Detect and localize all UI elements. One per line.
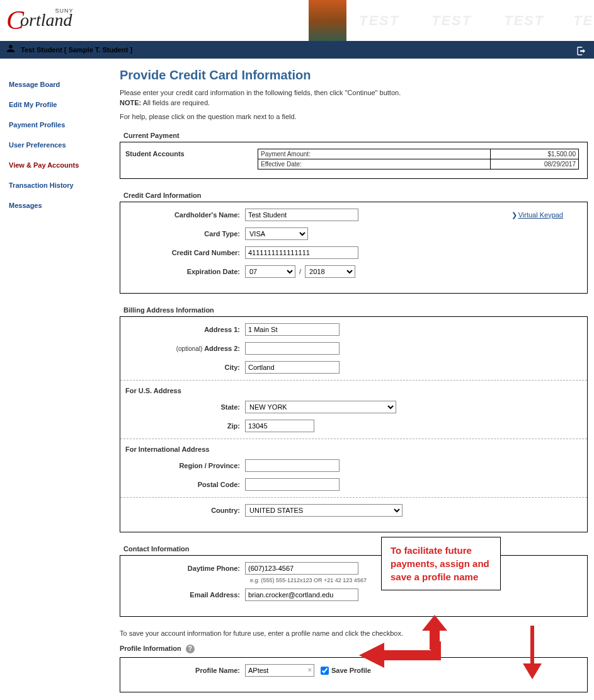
- page-title: Provide Credit Card Information: [120, 68, 588, 83]
- profile-section-label: Profile Information ?: [120, 645, 588, 653]
- addr1-input[interactable]: [245, 323, 340, 336]
- contact-section-label: Contact Information: [123, 545, 588, 553]
- exp-year-select[interactable]: 2018: [305, 265, 355, 278]
- current-payment-label: Current Payment: [123, 132, 588, 139]
- sidebar-item-edit-profile[interactable]: Edit My Profile: [6, 95, 113, 115]
- sidebar-item-messages[interactable]: Messages: [6, 195, 113, 215]
- profile-name-input[interactable]: [245, 664, 314, 677]
- exp-label: Expiration Date:: [125, 268, 245, 275]
- exp-separator: /: [299, 268, 301, 275]
- cardtype-label: Card Type:: [125, 230, 245, 238]
- help-line: For help, please click on the question m…: [120, 113, 588, 120]
- save-note: To save your account information for fut…: [120, 629, 588, 637]
- clear-icon[interactable]: ×: [308, 666, 312, 674]
- user-icon: [6, 42, 15, 59]
- user-bar: Test Student [ Sample T. Student ]: [0, 41, 594, 59]
- country-label: Country:: [125, 507, 245, 514]
- save-profile-checkbox[interactable]: [321, 667, 329, 675]
- ccnum-label: Credit Card Number:: [125, 249, 245, 256]
- contact-box: Daytime Phone: e.g. (555) 555-1212x123 O…: [120, 555, 588, 617]
- region-input[interactable]: [245, 459, 340, 472]
- cardholder-input[interactable]: [245, 209, 358, 221]
- ccnum-input[interactable]: [245, 246, 358, 259]
- country-select[interactable]: UNITED STATES: [245, 504, 403, 517]
- exp-month-select[interactable]: 07: [245, 265, 295, 278]
- city-label: City:: [125, 364, 245, 371]
- user-name: Test Student [ Sample T. Student ]: [21, 46, 132, 54]
- zip-label: Zip:: [125, 422, 245, 430]
- region-label: Region / Province:: [125, 462, 245, 469]
- sidebar-item-payment-profiles[interactable]: Payment Profiles: [6, 115, 113, 135]
- sidebar-item-user-preferences[interactable]: User Preferences: [6, 135, 113, 155]
- logout-icon[interactable]: [576, 45, 586, 62]
- arrow-icon: [359, 641, 441, 673]
- separator: [120, 497, 587, 498]
- zip-input[interactable]: [245, 420, 314, 432]
- cardtype-select[interactable]: VISA: [245, 227, 308, 240]
- payment-table: Payment Amount: $1,500.00 Effective Date…: [258, 149, 579, 169]
- current-payment-box: Student Accounts Payment Amount: $1,500.…: [120, 142, 588, 179]
- phone-input[interactable]: [245, 562, 358, 575]
- sidebar-item-view-pay[interactable]: View & Pay Accounts: [6, 155, 113, 175]
- annotation-callout: To facilitate future payments, assign an…: [381, 537, 501, 590]
- email-label: Email Address:: [125, 591, 245, 599]
- sidebar: Message Board Edit My Profile Payment Pr…: [6, 68, 113, 700]
- header-top: Cortland SUNY TEST TEST TEST TE: [0, 0, 594, 41]
- watermark: TEST: [504, 13, 544, 29]
- addr1-label: Address 1:: [125, 326, 245, 333]
- profile-name-label: Profile Name:: [125, 667, 245, 674]
- table-row: Payment Amount: $1,500.00: [258, 149, 579, 159]
- intl-address-label: For International Address: [125, 445, 582, 453]
- help-icon[interactable]: ?: [186, 645, 195, 653]
- billing-section-label: Billing Address Information: [123, 306, 588, 314]
- watermark: TEST: [431, 13, 472, 29]
- separator: [120, 380, 587, 381]
- addr2-input[interactable]: [245, 342, 340, 355]
- state-label: State:: [125, 403, 245, 411]
- state-select[interactable]: NEW YORK: [245, 401, 396, 413]
- sidebar-item-message-board[interactable]: Message Board: [6, 74, 113, 95]
- profile-box: Profile Name: × Save Profile: [120, 657, 588, 692]
- postal-label: Postal Code:: [125, 481, 245, 488]
- separator: [120, 439, 587, 439]
- city-input[interactable]: [245, 361, 340, 374]
- banner-image: [309, 0, 346, 41]
- billing-box: Address 1: (optional) Address 2: City: F…: [120, 316, 588, 532]
- table-row: Effective Date: 08/29/2017: [258, 159, 579, 169]
- addr2-label: (optional) Address 2:: [125, 345, 245, 352]
- watermark: TE: [573, 13, 593, 29]
- intro-text: Please enter your credit card informatio…: [120, 89, 588, 96]
- email-input[interactable]: [245, 588, 358, 601]
- postal-input[interactable]: [245, 478, 340, 491]
- phone-label: Daytime Phone:: [125, 565, 245, 572]
- arrow-icon: [523, 626, 542, 679]
- virtual-keypad-link[interactable]: ❯Virtual Keypad: [511, 211, 563, 219]
- note-text: NOTE: All fields are required.: [120, 99, 588, 106]
- main-content: Provide Credit Card Information Please e…: [113, 68, 588, 700]
- cc-box: Cardholder's Name: ❯Virtual Keypad Card …: [120, 202, 588, 294]
- student-accounts-label: Student Accounts: [125, 149, 258, 158]
- watermark: TEST: [359, 13, 399, 29]
- cc-section-label: Credit Card Information: [123, 192, 588, 199]
- logo: Cortland SUNY: [6, 5, 72, 35]
- us-address-label: For U.S. Address: [125, 387, 582, 394]
- sidebar-item-transaction-history[interactable]: Transaction History: [6, 175, 113, 195]
- cardholder-label: Cardholder's Name:: [125, 211, 245, 219]
